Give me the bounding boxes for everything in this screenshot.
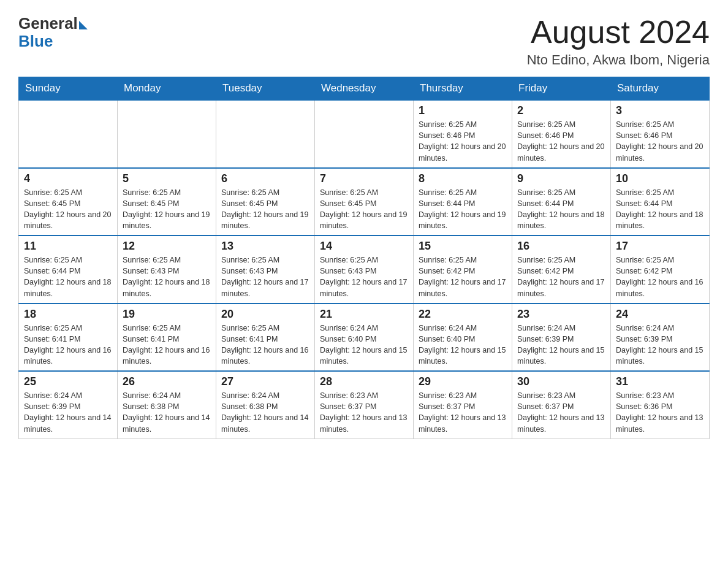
col-header-wednesday: Wednesday — [315, 77, 414, 101]
logo: General Blue — [18, 15, 88, 50]
day-cell: 14Sunrise: 6:25 AMSunset: 6:43 PMDayligh… — [315, 236, 414, 304]
day-info: Sunrise: 6:25 AMSunset: 6:43 PMDaylight:… — [221, 255, 309, 299]
day-cell: 7Sunrise: 6:25 AMSunset: 6:45 PMDaylight… — [315, 168, 414, 236]
day-cell: 5Sunrise: 6:25 AMSunset: 6:45 PMDaylight… — [118, 168, 216, 236]
day-info: Sunrise: 6:24 AMSunset: 6:40 PMDaylight:… — [320, 323, 408, 367]
day-number: 12 — [123, 240, 211, 253]
day-info: Sunrise: 6:25 AMSunset: 6:44 PMDaylight:… — [616, 187, 704, 232]
day-cell: 16Sunrise: 6:25 AMSunset: 6:42 PMDayligh… — [512, 236, 611, 304]
day-info: Sunrise: 6:25 AMSunset: 6:45 PMDaylight:… — [221, 187, 309, 232]
day-info: Sunrise: 6:24 AMSunset: 6:38 PMDaylight:… — [221, 390, 309, 435]
calendar-subtitle: Nto Edino, Akwa Ibom, Nigeria — [527, 52, 710, 68]
day-number: 23 — [517, 308, 605, 321]
day-number: 11 — [24, 240, 112, 253]
day-cell: 23Sunrise: 6:24 AMSunset: 6:39 PMDayligh… — [512, 304, 611, 372]
calendar-table: SundayMondayTuesdayWednesdayThursdayFrid… — [18, 77, 710, 439]
day-info: Sunrise: 6:24 AMSunset: 6:39 PMDaylight:… — [517, 323, 605, 367]
day-info: Sunrise: 6:25 AMSunset: 6:42 PMDaylight:… — [517, 255, 605, 299]
day-cell: 19Sunrise: 6:25 AMSunset: 6:41 PMDayligh… — [118, 304, 216, 372]
day-cell: 11Sunrise: 6:25 AMSunset: 6:44 PMDayligh… — [19, 236, 118, 304]
calendar-title: August 2024 — [527, 15, 710, 50]
col-header-saturday: Saturday — [611, 77, 710, 101]
day-info: Sunrise: 6:23 AMSunset: 6:37 PMDaylight:… — [320, 390, 408, 435]
day-cell: 25Sunrise: 6:24 AMSunset: 6:39 PMDayligh… — [19, 371, 118, 439]
week-row-2: 4Sunrise: 6:25 AMSunset: 6:45 PMDaylight… — [19, 168, 710, 236]
day-cell: 8Sunrise: 6:25 AMSunset: 6:44 PMDaylight… — [414, 168, 512, 236]
day-number: 8 — [419, 172, 507, 185]
col-header-friday: Friday — [512, 77, 611, 101]
day-cell: 3Sunrise: 6:25 AMSunset: 6:46 PMDaylight… — [611, 100, 710, 168]
day-cell: 30Sunrise: 6:23 AMSunset: 6:37 PMDayligh… — [512, 371, 611, 439]
day-cell: 9Sunrise: 6:25 AMSunset: 6:44 PMDaylight… — [512, 168, 611, 236]
day-cell: 15Sunrise: 6:25 AMSunset: 6:42 PMDayligh… — [414, 236, 512, 304]
day-cell — [118, 100, 216, 168]
day-cell: 27Sunrise: 6:24 AMSunset: 6:38 PMDayligh… — [216, 371, 315, 439]
header-row: SundayMondayTuesdayWednesdayThursdayFrid… — [19, 77, 710, 101]
day-number: 5 — [123, 172, 211, 185]
day-number: 17 — [616, 240, 704, 253]
day-info: Sunrise: 6:25 AMSunset: 6:45 PMDaylight:… — [24, 187, 112, 232]
day-number: 10 — [616, 172, 704, 185]
day-info: Sunrise: 6:25 AMSunset: 6:44 PMDaylight:… — [24, 255, 112, 299]
week-row-3: 11Sunrise: 6:25 AMSunset: 6:44 PMDayligh… — [19, 236, 710, 304]
day-info: Sunrise: 6:25 AMSunset: 6:45 PMDaylight:… — [320, 187, 408, 232]
logo-blue-text: Blue — [18, 32, 53, 50]
day-cell: 1Sunrise: 6:25 AMSunset: 6:46 PMDaylight… — [414, 100, 512, 168]
day-info: Sunrise: 6:23 AMSunset: 6:36 PMDaylight:… — [616, 390, 704, 435]
day-number: 26 — [123, 375, 211, 388]
day-number: 1 — [419, 104, 507, 117]
day-info: Sunrise: 6:24 AMSunset: 6:40 PMDaylight:… — [419, 323, 507, 367]
logo-general-text: General — [18, 15, 78, 33]
day-number: 25 — [24, 375, 112, 388]
week-row-5: 25Sunrise: 6:24 AMSunset: 6:39 PMDayligh… — [19, 371, 710, 439]
day-info: Sunrise: 6:23 AMSunset: 6:37 PMDaylight:… — [419, 390, 507, 435]
day-info: Sunrise: 6:25 AMSunset: 6:41 PMDaylight:… — [123, 323, 211, 367]
day-number: 28 — [320, 375, 408, 388]
day-cell — [19, 100, 118, 168]
logo-triangle-icon — [79, 21, 88, 29]
day-info: Sunrise: 6:25 AMSunset: 6:41 PMDaylight:… — [221, 323, 309, 367]
day-cell: 24Sunrise: 6:24 AMSunset: 6:39 PMDayligh… — [611, 304, 710, 372]
day-info: Sunrise: 6:23 AMSunset: 6:37 PMDaylight:… — [517, 390, 605, 435]
day-number: 13 — [221, 240, 309, 253]
day-number: 30 — [517, 375, 605, 388]
day-number: 16 — [517, 240, 605, 253]
day-number: 21 — [320, 308, 408, 321]
day-cell: 18Sunrise: 6:25 AMSunset: 6:41 PMDayligh… — [19, 304, 118, 372]
day-number: 15 — [419, 240, 507, 253]
day-cell: 31Sunrise: 6:23 AMSunset: 6:36 PMDayligh… — [611, 371, 710, 439]
day-number: 24 — [616, 308, 704, 321]
day-cell: 4Sunrise: 6:25 AMSunset: 6:45 PMDaylight… — [19, 168, 118, 236]
day-number: 27 — [221, 375, 309, 388]
day-number: 29 — [419, 375, 507, 388]
day-info: Sunrise: 6:25 AMSunset: 6:46 PMDaylight:… — [616, 119, 704, 164]
day-number: 18 — [24, 308, 112, 321]
day-number: 3 — [616, 104, 704, 117]
col-header-tuesday: Tuesday — [216, 77, 315, 101]
day-number: 14 — [320, 240, 408, 253]
day-info: Sunrise: 6:25 AMSunset: 6:45 PMDaylight:… — [123, 187, 211, 232]
day-cell: 29Sunrise: 6:23 AMSunset: 6:37 PMDayligh… — [414, 371, 512, 439]
day-cell: 12Sunrise: 6:25 AMSunset: 6:43 PMDayligh… — [118, 236, 216, 304]
day-info: Sunrise: 6:25 AMSunset: 6:43 PMDaylight:… — [320, 255, 408, 299]
page-header: General Blue August 2024 Nto Edino, Akwa… — [18, 15, 710, 68]
day-cell: 21Sunrise: 6:24 AMSunset: 6:40 PMDayligh… — [315, 304, 414, 372]
day-cell: 13Sunrise: 6:25 AMSunset: 6:43 PMDayligh… — [216, 236, 315, 304]
col-header-sunday: Sunday — [19, 77, 118, 101]
col-header-thursday: Thursday — [414, 77, 512, 101]
day-cell: 2Sunrise: 6:25 AMSunset: 6:46 PMDaylight… — [512, 100, 611, 168]
day-cell: 20Sunrise: 6:25 AMSunset: 6:41 PMDayligh… — [216, 304, 315, 372]
day-info: Sunrise: 6:24 AMSunset: 6:39 PMDaylight:… — [616, 323, 704, 367]
day-cell: 6Sunrise: 6:25 AMSunset: 6:45 PMDaylight… — [216, 168, 315, 236]
day-cell — [216, 100, 315, 168]
day-number: 7 — [320, 172, 408, 185]
day-number: 19 — [123, 308, 211, 321]
day-number: 6 — [221, 172, 309, 185]
day-info: Sunrise: 6:25 AMSunset: 6:43 PMDaylight:… — [123, 255, 211, 299]
day-number: 9 — [517, 172, 605, 185]
week-row-1: 1Sunrise: 6:25 AMSunset: 6:46 PMDaylight… — [19, 100, 710, 168]
day-number: 2 — [517, 104, 605, 117]
day-number: 4 — [24, 172, 112, 185]
day-number: 20 — [221, 308, 309, 321]
day-cell: 28Sunrise: 6:23 AMSunset: 6:37 PMDayligh… — [315, 371, 414, 439]
